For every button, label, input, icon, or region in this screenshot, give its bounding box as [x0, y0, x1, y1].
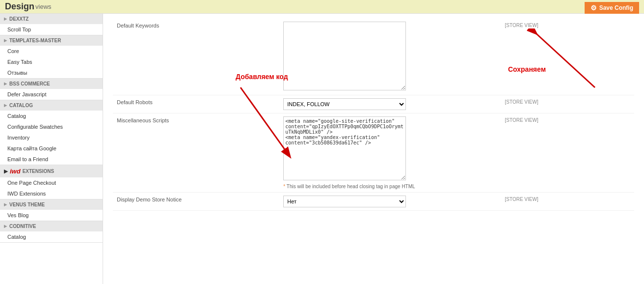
chevron-icon: ▶ [4, 17, 7, 21]
scope-link-robots[interactable]: [STORE VIEW] [505, 99, 538, 105]
sidebar: ▶ DEXXTZ Scroll Top ▶ TEMPLATES-MASTER C… [0, 14, 103, 284]
sidebar-group-label: TEMPLATES-MASTER [9, 38, 61, 43]
field-label-default-keywords: Default Keywords [117, 23, 159, 28]
sidebar-group-header-catalog[interactable]: ▶ CATALOG [0, 100, 103, 111]
save-config-label: Save Config [599, 4, 633, 11]
chevron-icon: ▶ [4, 103, 7, 108]
iwd-logo: iwd [10, 168, 21, 175]
content-area: Добавляем код Сохраняем [103, 14, 644, 284]
sidebar-group-header-venus[interactable]: ▶ VENUS THEME [0, 199, 103, 210]
field-label-default-robots: Default Robots [117, 99, 153, 105]
sidebar-item-scroll-top[interactable]: Scroll Top [0, 24, 103, 35]
misc-scripts-hint: * This will be included before head clos… [283, 184, 497, 189]
save-icon: ⚙ [590, 4, 597, 12]
page-title: Design [5, 1, 34, 12]
sidebar-group-header-dexxtz[interactable]: ▶ DEXXTZ [0, 14, 103, 24]
sidebar-item-configurable-swatches[interactable]: Configurable Swatches [0, 121, 103, 132]
sidebar-group-bss: ▶ BSS COMMERCE Defer Javascript [0, 79, 103, 100]
chevron-icon: ▶ [4, 38, 7, 43]
sidebar-group-venus: ▶ VENUS THEME Ves Blog [0, 199, 103, 221]
sidebar-group-label: CATALOG [9, 103, 33, 108]
config-table: Default Keywords [STORE VIEW] Default Ro… [113, 19, 634, 211]
sidebar-group-codnitive: ▶ CODNITIVE Catalog [0, 221, 103, 243]
save-config-button[interactable]: ⚙ Save Config [585, 2, 639, 14]
sidebar-group-label: VENUS THEME [9, 202, 45, 207]
field-label-demo-notice: Display Demo Store Notice [117, 197, 182, 202]
sidebar-item-one-page-checkout[interactable]: One Page Checkout [0, 177, 103, 188]
sidebar-item-catalog[interactable]: Catalog [0, 111, 103, 121]
sidebar-item-email-friend[interactable]: Email to a Friend [0, 154, 103, 165]
field-row-misc-scripts: Miscellaneous Scripts <meta name="google… [113, 114, 634, 193]
sidebar-group-label: CODNITIVE [9, 224, 36, 229]
sidebar-group-label: BSS COMMERCE [9, 81, 50, 86]
chevron-icon: ▶ [4, 168, 8, 174]
field-row-default-keywords: Default Keywords [STORE VIEW] [113, 19, 634, 95]
chevron-icon: ▶ [4, 202, 7, 207]
default-robots-select[interactable]: INDEX, FOLLOW NOINDEX, NOFOLLOW NOINDEX,… [283, 98, 406, 110]
sidebar-group-iwd: ▶ iwd EXTENSIONS One Page Checkout IWD E… [0, 165, 103, 199]
sidebar-item-inventory[interactable]: Inventory [0, 132, 103, 143]
iwd-extensions-label: EXTENSIONS [23, 169, 54, 174]
sidebar-group-header-iwd[interactable]: ▶ iwd EXTENSIONS [0, 165, 103, 177]
sidebar-group-catalog: ▶ CATALOG Catalog Configurable Swatches … [0, 100, 103, 165]
sidebar-item-defer-js[interactable]: Defer Javascript [0, 89, 103, 100]
misc-scripts-textarea[interactable]: <meta name="google-site-verification" co… [283, 116, 406, 180]
sidebar-group-header-templates[interactable]: ▶ TEMPLATES-MASTER [0, 35, 103, 46]
sidebar-group-header-bss[interactable]: ▶ BSS COMMERCE [0, 79, 103, 89]
sidebar-group-dexxtz: ▶ DEXXTZ Scroll Top [0, 14, 103, 35]
sidebar-item-codnitive-catalog[interactable]: Catalog [0, 231, 103, 242]
field-row-default-robots: Default Robots INDEX, FOLLOW NOINDEX, NO… [113, 95, 634, 114]
field-row-demo-notice: Display Demo Store Notice Нет Да [STORE … [113, 193, 634, 211]
sidebar-item-google-sitemap[interactable]: Карта сайта Google [0, 143, 103, 154]
field-label-misc-scripts: Miscellaneous Scripts [117, 117, 169, 123]
sidebar-group-templates-master: ▶ TEMPLATES-MASTER Core Easy Tabs Отзывы [0, 35, 103, 79]
sidebar-item-core[interactable]: Core [0, 46, 103, 57]
sidebar-item-otzivi[interactable]: Отзывы [0, 67, 103, 78]
scope-link-misc-scripts[interactable]: [STORE VIEW] [505, 117, 538, 123]
sidebar-item-easy-tabs[interactable]: Easy Tabs [0, 57, 103, 67]
sidebar-item-ves-blog[interactable]: Ves Blog [0, 210, 103, 221]
default-keywords-textarea[interactable] [283, 22, 406, 90]
sidebar-group-header-codnitive[interactable]: ▶ CODNITIVE [0, 221, 103, 231]
page-subtitle: views [35, 3, 52, 10]
chevron-icon: ▶ [4, 82, 7, 86]
sidebar-group-label: DEXXTZ [9, 16, 28, 22]
scope-link-keywords[interactable]: [STORE VIEW] [505, 23, 538, 28]
chevron-icon: ▶ [4, 224, 7, 228]
scope-link-demo-notice[interactable]: [STORE VIEW] [505, 197, 538, 202]
sidebar-item-iwd-extensions[interactable]: IWD Extensions [0, 188, 103, 199]
demo-notice-select[interactable]: Нет Да [283, 196, 406, 207]
